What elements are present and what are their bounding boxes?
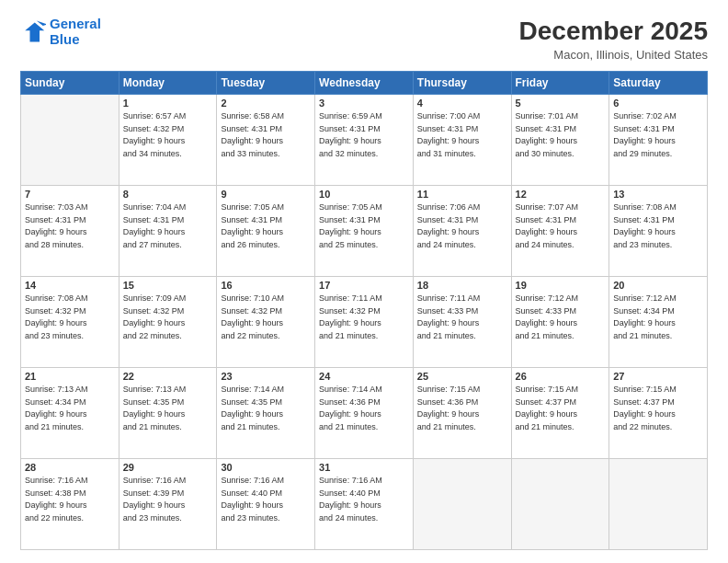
day-number: 27 <box>613 371 703 382</box>
calendar-header-friday: Friday <box>511 72 609 95</box>
day-info: Sunrise: 7:02 AM Sunset: 4:31 PM Dayligh… <box>613 110 703 160</box>
calendar-cell: 17Sunrise: 7:11 AM Sunset: 4:32 PM Dayli… <box>315 277 414 368</box>
calendar-cell: 16Sunrise: 7:10 AM Sunset: 4:32 PM Dayli… <box>217 277 315 368</box>
day-number: 23 <box>221 371 311 382</box>
header: General Blue December 2025 Macon, Illino… <box>20 17 708 62</box>
day-number: 16 <box>221 280 311 291</box>
calendar-cell: 28Sunrise: 7:16 AM Sunset: 4:38 PM Dayli… <box>21 459 119 550</box>
day-number: 14 <box>25 280 115 291</box>
day-number: 12 <box>516 189 606 200</box>
calendar-header-tuesday: Tuesday <box>217 72 315 95</box>
day-info: Sunrise: 7:14 AM Sunset: 4:35 PM Dayligh… <box>221 384 311 433</box>
day-info: Sunrise: 7:09 AM Sunset: 4:32 PM Dayligh… <box>123 293 213 342</box>
logo: General Blue <box>20 17 101 47</box>
day-info: Sunrise: 7:03 AM Sunset: 4:31 PM Dayligh… <box>25 201 115 251</box>
day-info: Sunrise: 7:16 AM Sunset: 4:40 PM Dayligh… <box>221 475 311 524</box>
calendar: SundayMondayTuesdayWednesdayThursdayFrid… <box>20 71 708 550</box>
day-number: 26 <box>516 371 606 382</box>
calendar-header-monday: Monday <box>119 72 217 95</box>
calendar-cell: 31Sunrise: 7:16 AM Sunset: 4:40 PM Dayli… <box>315 459 414 550</box>
calendar-cell: 11Sunrise: 7:06 AM Sunset: 4:31 PM Dayli… <box>413 186 511 277</box>
svg-marker-0 <box>25 22 44 41</box>
calendar-cell: 7Sunrise: 7:03 AM Sunset: 4:31 PM Daylig… <box>21 186 119 277</box>
calendar-week-0: 1Sunrise: 6:57 AM Sunset: 4:32 PM Daylig… <box>21 95 708 186</box>
day-number: 19 <box>516 280 606 291</box>
day-info: Sunrise: 7:04 AM Sunset: 4:31 PM Dayligh… <box>123 201 213 251</box>
calendar-cell: 14Sunrise: 7:08 AM Sunset: 4:32 PM Dayli… <box>21 277 119 368</box>
calendar-cell: 22Sunrise: 7:13 AM Sunset: 4:35 PM Dayli… <box>119 368 217 459</box>
calendar-header-row: SundayMondayTuesdayWednesdayThursdayFrid… <box>21 72 708 95</box>
day-number: 9 <box>221 189 311 200</box>
day-info: Sunrise: 7:00 AM Sunset: 4:31 PM Dayligh… <box>417 110 507 160</box>
calendar-cell: 3Sunrise: 6:59 AM Sunset: 4:31 PM Daylig… <box>315 95 414 186</box>
day-info: Sunrise: 7:12 AM Sunset: 4:33 PM Dayligh… <box>516 293 606 342</box>
day-info: Sunrise: 7:16 AM Sunset: 4:38 PM Dayligh… <box>25 475 115 524</box>
day-info: Sunrise: 7:05 AM Sunset: 4:31 PM Dayligh… <box>221 201 311 251</box>
logo-text: General Blue <box>50 17 101 47</box>
page: General Blue December 2025 Macon, Illino… <box>0 0 728 563</box>
day-info: Sunrise: 7:12 AM Sunset: 4:34 PM Dayligh… <box>613 293 703 342</box>
calendar-cell: 18Sunrise: 7:11 AM Sunset: 4:33 PM Dayli… <box>413 277 511 368</box>
day-info: Sunrise: 7:16 AM Sunset: 4:39 PM Dayligh… <box>123 475 213 524</box>
day-number: 2 <box>221 98 311 109</box>
day-number: 1 <box>123 98 213 109</box>
day-number: 30 <box>221 462 311 473</box>
day-info: Sunrise: 6:59 AM Sunset: 4:31 PM Dayligh… <box>319 110 409 160</box>
day-info: Sunrise: 7:05 AM Sunset: 4:31 PM Dayligh… <box>319 201 409 251</box>
calendar-cell: 30Sunrise: 7:16 AM Sunset: 4:40 PM Dayli… <box>217 459 315 550</box>
calendar-header-sunday: Sunday <box>21 72 119 95</box>
calendar-cell <box>413 459 511 550</box>
calendar-week-4: 28Sunrise: 7:16 AM Sunset: 4:38 PM Dayli… <box>21 459 708 550</box>
title-block: December 2025 Macon, Illinois, United St… <box>519 17 708 62</box>
day-number: 28 <box>25 462 115 473</box>
calendar-cell: 15Sunrise: 7:09 AM Sunset: 4:32 PM Dayli… <box>119 277 217 368</box>
day-number: 21 <box>25 371 115 382</box>
calendar-header-thursday: Thursday <box>413 72 511 95</box>
calendar-week-1: 7Sunrise: 7:03 AM Sunset: 4:31 PM Daylig… <box>21 186 708 277</box>
day-info: Sunrise: 7:08 AM Sunset: 4:31 PM Dayligh… <box>613 201 703 251</box>
calendar-cell: 27Sunrise: 7:15 AM Sunset: 4:37 PM Dayli… <box>609 368 708 459</box>
day-info: Sunrise: 7:08 AM Sunset: 4:32 PM Dayligh… <box>25 293 115 342</box>
day-number: 25 <box>417 371 507 382</box>
calendar-cell: 2Sunrise: 6:58 AM Sunset: 4:31 PM Daylig… <box>217 95 315 186</box>
day-number: 31 <box>319 462 409 473</box>
day-number: 5 <box>516 98 606 109</box>
calendar-week-2: 14Sunrise: 7:08 AM Sunset: 4:32 PM Dayli… <box>21 277 708 368</box>
day-info: Sunrise: 7:13 AM Sunset: 4:35 PM Dayligh… <box>123 384 213 433</box>
calendar-cell: 4Sunrise: 7:00 AM Sunset: 4:31 PM Daylig… <box>413 95 511 186</box>
subtitle: Macon, Illinois, United States <box>519 48 708 62</box>
calendar-cell: 13Sunrise: 7:08 AM Sunset: 4:31 PM Dayli… <box>609 186 708 277</box>
calendar-header-saturday: Saturday <box>609 72 708 95</box>
day-info: Sunrise: 7:07 AM Sunset: 4:31 PM Dayligh… <box>516 201 606 251</box>
day-info: Sunrise: 7:15 AM Sunset: 4:37 PM Dayligh… <box>516 384 606 433</box>
calendar-cell: 6Sunrise: 7:02 AM Sunset: 4:31 PM Daylig… <box>609 95 708 186</box>
day-number: 6 <box>613 98 703 109</box>
calendar-cell: 20Sunrise: 7:12 AM Sunset: 4:34 PM Dayli… <box>609 277 708 368</box>
calendar-cell: 23Sunrise: 7:14 AM Sunset: 4:35 PM Dayli… <box>217 368 315 459</box>
calendar-cell: 8Sunrise: 7:04 AM Sunset: 4:31 PM Daylig… <box>119 186 217 277</box>
calendar-cell: 21Sunrise: 7:13 AM Sunset: 4:34 PM Dayli… <box>21 368 119 459</box>
day-number: 15 <box>123 280 213 291</box>
day-number: 4 <box>417 98 507 109</box>
logo-icon <box>20 19 46 45</box>
calendar-cell: 25Sunrise: 7:15 AM Sunset: 4:36 PM Dayli… <box>413 368 511 459</box>
calendar-cell: 5Sunrise: 7:01 AM Sunset: 4:31 PM Daylig… <box>511 95 609 186</box>
day-number: 18 <box>417 280 507 291</box>
main-title: December 2025 <box>519 17 708 46</box>
day-info: Sunrise: 7:13 AM Sunset: 4:34 PM Dayligh… <box>25 384 115 433</box>
day-info: Sunrise: 7:11 AM Sunset: 4:33 PM Dayligh… <box>417 293 507 342</box>
day-number: 29 <box>123 462 213 473</box>
calendar-cell: 19Sunrise: 7:12 AM Sunset: 4:33 PM Dayli… <box>511 277 609 368</box>
day-info: Sunrise: 7:06 AM Sunset: 4:31 PM Dayligh… <box>417 201 507 251</box>
day-number: 13 <box>613 189 703 200</box>
calendar-cell: 26Sunrise: 7:15 AM Sunset: 4:37 PM Dayli… <box>511 368 609 459</box>
day-info: Sunrise: 6:58 AM Sunset: 4:31 PM Dayligh… <box>221 110 311 160</box>
day-number: 11 <box>417 189 507 200</box>
day-info: Sunrise: 7:15 AM Sunset: 4:37 PM Dayligh… <box>613 384 703 433</box>
day-number: 3 <box>319 98 409 109</box>
day-info: Sunrise: 7:15 AM Sunset: 4:36 PM Dayligh… <box>417 384 507 433</box>
calendar-header-wednesday: Wednesday <box>315 72 414 95</box>
day-info: Sunrise: 7:11 AM Sunset: 4:32 PM Dayligh… <box>319 293 409 342</box>
day-number: 8 <box>123 189 213 200</box>
day-info: Sunrise: 6:57 AM Sunset: 4:32 PM Dayligh… <box>123 110 213 160</box>
